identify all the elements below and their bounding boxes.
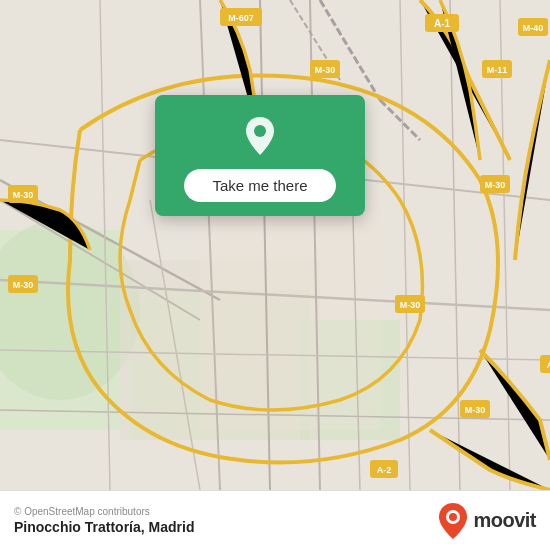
take-me-there-button[interactable]: Take me there	[184, 169, 335, 202]
svg-text:A-2: A-2	[377, 465, 392, 475]
svg-text:M-30: M-30	[13, 280, 34, 290]
svg-text:M-30: M-30	[485, 180, 506, 190]
bottom-bar: © OpenStreetMap contributors Pinocchio T…	[0, 490, 550, 550]
svg-text:M-607: M-607	[228, 13, 254, 23]
place-name: Pinocchio Trattoría, Madrid	[14, 519, 194, 535]
svg-text:A-1: A-1	[434, 18, 451, 29]
svg-text:M-30: M-30	[465, 405, 486, 415]
svg-text:M-30: M-30	[400, 300, 421, 310]
svg-text:M-30: M-30	[315, 65, 336, 75]
svg-text:M-30: M-30	[13, 190, 34, 200]
svg-text:M-40: M-40	[523, 23, 544, 33]
moovit-pin-icon	[439, 503, 467, 539]
location-card: Take me there	[155, 95, 365, 216]
svg-point-49	[254, 125, 266, 137]
map-container: A-1 M-607 M-40 M-11 M-30 M-30 M-30 M-30 …	[0, 0, 550, 490]
svg-point-51	[449, 513, 457, 521]
osm-attribution: © OpenStreetMap contributors	[14, 506, 194, 517]
moovit-logo: moovit	[439, 503, 536, 539]
moovit-text: moovit	[473, 509, 536, 532]
bottom-left: © OpenStreetMap contributors Pinocchio T…	[14, 506, 194, 535]
svg-text:M-11: M-11	[487, 65, 508, 75]
map-svg: A-1 M-607 M-40 M-11 M-30 M-30 M-30 M-30 …	[0, 0, 550, 490]
location-pin-icon	[238, 113, 282, 157]
